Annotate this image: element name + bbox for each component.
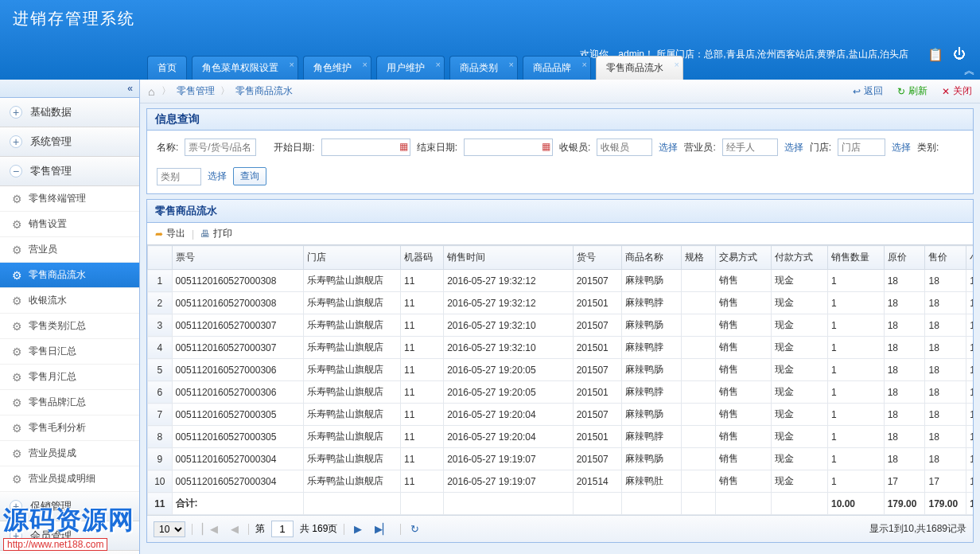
tab-close-icon[interactable]: × bbox=[675, 60, 679, 69]
export-button[interactable]: ➦导出 bbox=[155, 227, 185, 240]
sidebar-item[interactable]: ⚙零售品牌汇总 bbox=[0, 390, 139, 416]
table-row[interactable]: 70051120160527000305乐寿鸭盐山旗舰店112016-05-27… bbox=[148, 404, 974, 426]
table-cell: 乐寿鸭盐山旗舰店 bbox=[303, 448, 400, 470]
sidebar-item[interactable]: ⚙零售商品流水 bbox=[0, 263, 139, 288]
tab[interactable]: 首页 bbox=[147, 56, 187, 80]
back-button[interactable]: ↩返回 bbox=[853, 84, 883, 98]
print-button[interactable]: 🖶打印 bbox=[200, 227, 232, 240]
table-row[interactable]: 90051120160527000304乐寿鸭盐山旗舰店112016-05-27… bbox=[148, 448, 974, 470]
power-icon[interactable]: ⏻ bbox=[951, 46, 967, 62]
column-header[interactable]: 原价 bbox=[884, 246, 925, 270]
refresh-button[interactable]: ↻刷新 bbox=[897, 84, 928, 98]
table-row[interactable]: 80051120160527000305乐寿鸭盐山旗舰店112016-05-27… bbox=[148, 426, 974, 448]
start-date-input[interactable] bbox=[321, 138, 410, 156]
table-cell bbox=[682, 337, 715, 359]
tab-close-icon[interactable]: × bbox=[582, 60, 587, 69]
close-button[interactable]: ✕关闭 bbox=[942, 84, 972, 98]
table-row[interactable]: 10051120160527000308乐寿鸭盐山旗舰店112016-05-27… bbox=[148, 270, 974, 292]
sidebar-item[interactable]: ⚙销售设置 bbox=[0, 212, 139, 237]
column-header[interactable]: 付款方式 bbox=[772, 246, 828, 270]
table-cell bbox=[682, 426, 715, 448]
salesperson-input[interactable] bbox=[722, 138, 778, 156]
sidebar-group[interactable]: +促销管理 bbox=[0, 492, 139, 521]
cashier-input[interactable] bbox=[597, 138, 652, 156]
table-cell: 麻辣鸭肠 bbox=[621, 314, 681, 337]
tab[interactable]: 角色菜单权限设置× bbox=[192, 56, 298, 80]
tab-close-icon[interactable]: × bbox=[436, 60, 441, 69]
column-header[interactable]: 规格 bbox=[682, 246, 715, 270]
column-header[interactable]: 销售时间 bbox=[444, 246, 574, 270]
column-header[interactable]: 机器码 bbox=[400, 246, 443, 270]
header-collapse-icon[interactable]: ︽ bbox=[964, 64, 975, 78]
sidebar-item[interactable]: ⚙零售月汇总 bbox=[0, 365, 139, 390]
table-cell: 18 bbox=[966, 337, 973, 359]
table-cell: 201501 bbox=[573, 426, 621, 448]
calendar-icon[interactable]: ▦ bbox=[399, 141, 408, 152]
name-input[interactable] bbox=[185, 138, 256, 156]
column-header[interactable]: 货号 bbox=[573, 246, 621, 270]
column-header[interactable]: 售价 bbox=[925, 246, 966, 270]
refresh-page-button[interactable]: ↻ bbox=[407, 523, 422, 535]
table-row[interactable]: 60051120160527000306乐寿鸭盐山旗舰店112016-05-27… bbox=[148, 381, 974, 404]
table-row[interactable]: 30051120160527000307乐寿鸭盐山旗舰店112016-05-27… bbox=[148, 314, 974, 337]
sidebar-group[interactable]: +基础数据 bbox=[0, 98, 139, 127]
table-cell bbox=[682, 292, 715, 314]
sidebar-collapse-icon[interactable]: « bbox=[0, 80, 139, 98]
tab[interactable]: 商品类别× bbox=[449, 56, 518, 80]
table-row[interactable]: 40051120160527000307乐寿鸭盐山旗舰店112016-05-27… bbox=[148, 337, 974, 359]
last-page-button[interactable]: ▶▏ bbox=[371, 523, 394, 535]
table-row[interactable]: 20051120160527000308乐寿鸭盐山旗舰店112016-05-27… bbox=[148, 292, 974, 314]
home-icon[interactable]: ⌂ bbox=[148, 85, 154, 98]
sidebar-item[interactable]: ⚙零售终端管理 bbox=[0, 186, 139, 212]
search-button[interactable]: 查询 bbox=[233, 167, 266, 185]
first-page-button[interactable]: ▏◀ bbox=[199, 523, 221, 535]
tab-close-icon[interactable]: × bbox=[290, 60, 294, 69]
table-cell bbox=[715, 493, 772, 515]
category-input[interactable] bbox=[157, 168, 201, 185]
sidebar-group[interactable]: −零售管理 bbox=[0, 157, 139, 186]
column-header[interactable]: 商品名称 bbox=[621, 246, 681, 270]
prev-page-button[interactable]: ◀ bbox=[228, 523, 242, 535]
table-row[interactable]: 100051120160527000304乐寿鸭盐山旗舰店112016-05-2… bbox=[148, 470, 974, 493]
table-row[interactable]: 50051120160527000306乐寿鸭盐山旗舰店112016-05-27… bbox=[148, 359, 974, 381]
sidebar-item[interactable]: ⚙营业员 bbox=[0, 237, 139, 263]
table-cell: 1 bbox=[828, 381, 885, 404]
end-date-input[interactable] bbox=[464, 138, 553, 156]
select-store-link[interactable]: 选择 bbox=[892, 141, 911, 154]
select-cashier-link[interactable]: 选择 bbox=[659, 141, 678, 154]
table-cell: 11 bbox=[400, 270, 443, 292]
breadcrumb-item[interactable]: 零售管理 bbox=[173, 84, 218, 98]
next-page-button[interactable]: ▶ bbox=[351, 523, 365, 535]
column-header[interactable]: 门店 bbox=[303, 246, 400, 270]
sidebar-item[interactable]: ⚙零售日汇总 bbox=[0, 339, 139, 365]
table-cell: 现金 bbox=[772, 314, 828, 337]
sidebar-group[interactable]: +系统管理 bbox=[0, 127, 139, 157]
column-header[interactable]: 交易方式 bbox=[715, 246, 772, 270]
sidebar-group[interactable]: +会员管理 bbox=[0, 521, 139, 551]
sidebar-item[interactable]: ⚙营业员提成 bbox=[0, 441, 139, 466]
page-size-select[interactable]: 10 bbox=[154, 521, 185, 537]
sidebar-item[interactable]: ⚙营业员提成明细 bbox=[0, 466, 139, 492]
sidebar-item[interactable]: ⚙零售类别汇总 bbox=[0, 314, 139, 339]
column-header[interactable]: 销售数量 bbox=[828, 246, 885, 270]
column-header[interactable] bbox=[148, 246, 173, 270]
tab-close-icon[interactable]: × bbox=[509, 60, 514, 69]
sidebar-item[interactable]: ⚙零售毛利分析 bbox=[0, 416, 139, 441]
select-category-link[interactable]: 选择 bbox=[208, 170, 227, 183]
sidebar-group[interactable]: +采购管理 bbox=[0, 551, 139, 554]
breadcrumb-item[interactable]: 零售商品流水 bbox=[232, 84, 296, 98]
tab[interactable]: 零售商品流水× bbox=[596, 56, 683, 80]
store-input[interactable] bbox=[838, 138, 885, 156]
table-cell: 179.00 bbox=[966, 493, 973, 515]
clipboard-icon[interactable]: 📋 bbox=[928, 46, 943, 62]
column-header[interactable]: 票号 bbox=[172, 246, 303, 270]
tab[interactable]: 商品品牌× bbox=[523, 56, 591, 80]
column-header[interactable]: 小计金额 bbox=[966, 246, 973, 270]
tab[interactable]: 角色维护× bbox=[303, 56, 371, 80]
sidebar-item[interactable]: ⚙收银流水 bbox=[0, 288, 139, 314]
select-salesperson-link[interactable]: 选择 bbox=[784, 141, 803, 154]
tab-close-icon[interactable]: × bbox=[363, 60, 368, 69]
page-input[interactable] bbox=[271, 521, 294, 537]
calendar-icon[interactable]: ▦ bbox=[542, 141, 550, 152]
tab[interactable]: 用户维护× bbox=[376, 56, 445, 80]
